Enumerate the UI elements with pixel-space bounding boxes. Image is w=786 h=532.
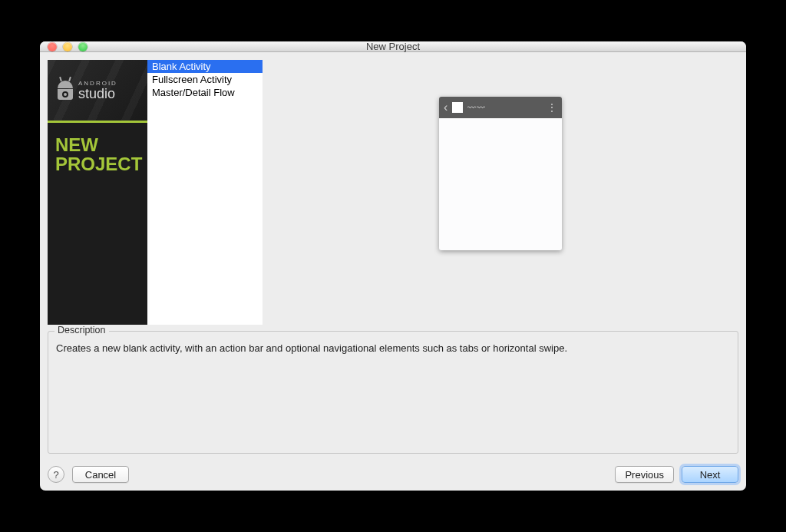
headline-line2: PROJECT	[55, 154, 140, 173]
cancel-button[interactable]: Cancel	[72, 466, 129, 483]
overflow-icon: ⋮	[547, 102, 557, 113]
wizard-step-label: NEW PROJECT	[48, 123, 147, 186]
upper-pane: ANDROID studio NEW PROJECT Blank Activit…	[48, 60, 738, 325]
close-icon[interactable]	[48, 42, 57, 51]
description-text: Creates a new blank activity, with an ac…	[56, 342, 730, 354]
zoom-icon[interactable]	[78, 42, 88, 51]
mock-action-bar: ‹ 〰〰 ⋮	[439, 97, 562, 118]
app-icon	[452, 102, 463, 113]
back-chevron-icon: ‹	[444, 101, 447, 114]
activity-item-master-detail[interactable]: Master/Detail Flow	[147, 86, 263, 99]
next-button[interactable]: Next	[682, 466, 738, 483]
window-controls	[40, 42, 88, 51]
brand-header: ANDROID studio	[48, 60, 147, 123]
activity-item-blank[interactable]: Blank Activity	[147, 60, 263, 73]
wizard-sidebar: ANDROID studio NEW PROJECT	[48, 60, 147, 325]
dialog-footer: ? Cancel Previous Next	[40, 461, 746, 491]
previous-button[interactable]: Previous	[615, 466, 674, 483]
dialog-window: New Project ANDROID studio NEW PROJECT	[40, 41, 746, 491]
brand-text: ANDROID studio	[78, 80, 117, 101]
template-preview: ‹ 〰〰 ⋮	[263, 60, 738, 325]
minimize-icon[interactable]	[63, 42, 72, 51]
android-icon	[57, 81, 74, 101]
activity-template-list[interactable]: Blank Activity Fullscreen Activity Maste…	[147, 60, 263, 325]
headline-line1: NEW	[55, 135, 140, 154]
description-group: Description Creates a new blank activity…	[48, 331, 738, 454]
brand-big: studio	[78, 87, 117, 101]
titlebar: New Project	[40, 41, 746, 52]
activity-item-fullscreen[interactable]: Fullscreen Activity	[147, 73, 263, 86]
description-legend: Description	[54, 325, 109, 335]
dialog-content: ANDROID studio NEW PROJECT Blank Activit…	[40, 52, 746, 461]
window-title: New Project	[40, 41, 746, 52]
help-button[interactable]: ?	[48, 466, 64, 483]
phone-mockup: ‹ 〰〰 ⋮	[439, 97, 562, 250]
title-placeholder-icon: 〰〰	[467, 103, 542, 112]
